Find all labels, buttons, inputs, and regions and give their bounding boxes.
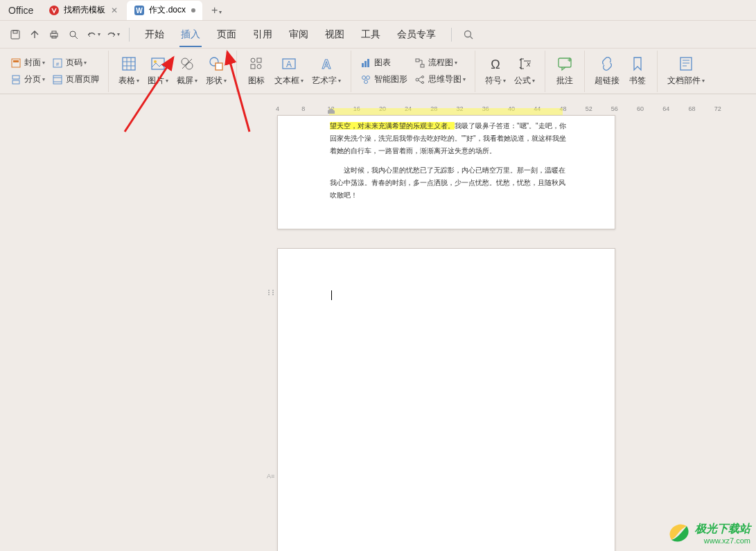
svg-rect-14	[12, 76, 19, 79]
document-paragraph[interactable]: 望天空，对未来充满希望的乐观主义者。我吸了吸鼻子答道："嗯"。"走吧，你回家先洗…	[330, 120, 566, 157]
tab-templates[interactable]: 找稻壳模板 ✕	[42, 1, 125, 20]
document-paragraph[interactable]: 这时候，我内心里的忧愁已了无踪影，内心已晴空万里。那一刻，温暖在我心中荡漾。青春…	[330, 164, 566, 202]
quick-access-menu-bar: ▾ ▾ 开始 插入 页面 引用 审阅 视图 工具 会员专享	[0, 21, 756, 49]
docparts-button[interactable]: 文档部件▾	[663, 54, 709, 88]
text-cursor	[331, 290, 332, 300]
svg-point-44	[367, 76, 370, 79]
svg-rect-4	[13, 30, 17, 33]
table-button[interactable]: 表格▾	[114, 54, 143, 88]
text-format-icon[interactable]: A≡	[267, 473, 275, 481]
menu-member[interactable]: 会员专享	[389, 28, 444, 41]
svg-point-33	[251, 58, 255, 62]
ribbon-group-comments: +批注	[545, 51, 585, 92]
document-page-1-bottom[interactable]: 望天空，对未来充满希望的乐观主义者。我吸了吸鼻子答道："嗯"。"走吧，你回家先洗…	[277, 115, 615, 229]
svg-line-30	[182, 59, 192, 69]
svg-point-49	[422, 76, 424, 78]
tab-label: 作文.docx	[149, 4, 186, 16]
page-number-button[interactable]: #页码▾	[49, 55, 103, 71]
horizontal-ruler[interactable]: 4 8 12 16 20 24 28 32 36 40 44 48 52 56 …	[276, 103, 740, 115]
menu-page[interactable]: 页面	[209, 28, 245, 41]
cover-button[interactable]: 封面▾	[7, 55, 49, 71]
smartart-icon	[360, 74, 371, 85]
svg-rect-12	[12, 59, 20, 67]
pagebreak-icon	[10, 74, 21, 85]
hyperlink-icon	[599, 55, 615, 72]
svg-point-0	[49, 6, 59, 15]
picture-button[interactable]: 图片▾	[143, 54, 173, 88]
svg-point-63	[272, 290, 274, 291]
menu-view[interactable]: 视图	[317, 28, 353, 41]
svg-rect-40	[362, 63, 364, 67]
svg-rect-18	[53, 76, 62, 84]
flowchart-button[interactable]: 流程图▾	[411, 55, 469, 71]
ribbon-group-docparts: 文档部件▾	[658, 51, 714, 92]
ribbon-group-symbols: Ω符号▾ x公式▾	[475, 51, 545, 92]
svg-point-62	[268, 290, 270, 291]
svg-text:W: W	[137, 7, 143, 15]
page-break-button[interactable]: 分页▾	[7, 71, 49, 88]
tab-document[interactable]: W 作文.docx	[127, 1, 202, 20]
svg-rect-47	[421, 64, 424, 67]
svg-rect-42	[367, 59, 369, 67]
equation-button[interactable]: x公式▾	[510, 54, 539, 88]
search-icon[interactable]	[461, 27, 476, 42]
flowchart-icon	[414, 58, 425, 69]
drag-handle-icon[interactable]	[267, 288, 275, 297]
site-watermark: 极光下载站 www.xz7.com	[666, 521, 750, 545]
svg-point-10	[465, 30, 471, 37]
menu-review[interactable]: 审阅	[281, 28, 317, 41]
ruler-mark: 8	[301, 105, 327, 112]
chart-icon	[360, 58, 371, 69]
chart-button[interactable]: 图表	[357, 55, 411, 71]
close-icon[interactable]: ✕	[111, 6, 118, 15]
svg-point-48	[416, 78, 419, 81]
export-icon[interactable]	[27, 27, 42, 42]
svg-point-27	[154, 60, 157, 63]
menu-insert[interactable]: 插入	[173, 28, 209, 41]
docparts-icon	[678, 55, 694, 72]
svg-point-67	[272, 292, 274, 293]
ruler-mark: 48	[559, 105, 585, 112]
table-icon	[121, 55, 137, 72]
tab-label: 找稻壳模板	[64, 4, 105, 16]
smartart-button[interactable]: 智能图形	[357, 71, 411, 88]
svg-rect-35	[251, 64, 255, 69]
symbol-button[interactable]: Ω符号▾	[481, 54, 510, 88]
comment-icon: +	[556, 55, 573, 72]
headerfooter-icon	[52, 74, 63, 85]
save-icon[interactable]	[8, 27, 23, 42]
screenshot-button[interactable]: 截屏▾	[173, 54, 202, 88]
menu-start[interactable]: 开始	[137, 28, 173, 41]
wordart-button[interactable]: A艺术字▾	[308, 54, 345, 88]
header-footer-button[interactable]: 页眉页脚	[49, 71, 103, 88]
new-tab-button[interactable]: +▾	[204, 4, 229, 17]
print-icon[interactable]	[46, 27, 62, 42]
menu-references[interactable]: 引用	[245, 28, 281, 41]
svg-rect-6	[52, 31, 56, 33]
icon-gallery-icon	[248, 55, 265, 72]
mindmap-icon	[414, 74, 425, 85]
mindmap-button[interactable]: 思维导图▾	[411, 71, 469, 88]
svg-text:#: #	[56, 61, 60, 67]
print-preview-icon[interactable]	[66, 27, 81, 42]
svg-line-51	[419, 77, 421, 79]
textbox-icon: A	[281, 55, 297, 72]
svg-point-36	[257, 64, 261, 69]
undo-icon[interactable]: ▾	[85, 27, 100, 42]
bookmark-button[interactable]: 书签	[624, 54, 651, 88]
symbol-icon: Ω	[487, 55, 504, 72]
menu-tools[interactable]: 工具	[353, 28, 389, 41]
redo-icon[interactable]: ▾	[105, 27, 120, 42]
office-brand-label: Office	[0, 5, 42, 16]
svg-point-28	[182, 58, 188, 65]
document-canvas: 4 8 12 16 20 24 28 32 36 40 44 48 52 56 …	[0, 94, 756, 551]
shape-button[interactable]: 形状▾	[202, 54, 231, 88]
picture-icon	[150, 55, 166, 72]
icon-button[interactable]: 图标	[243, 54, 270, 88]
textbox-button[interactable]: A文本框▾	[270, 54, 308, 88]
hyperlink-button[interactable]: 超链接	[590, 54, 624, 88]
document-page-2[interactable]	[277, 248, 615, 551]
cover-icon	[10, 58, 21, 69]
svg-point-66	[268, 292, 270, 293]
comment-button[interactable]: +批注	[551, 54, 579, 88]
